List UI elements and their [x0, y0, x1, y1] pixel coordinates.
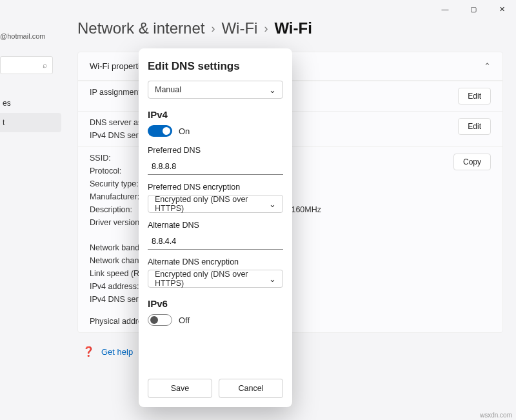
sidebar-item-active[interactable]: t [0, 113, 61, 132]
get-help-link[interactable]: Get help [101, 347, 133, 357]
maximize-button[interactable]: ▢ [459, 0, 488, 18]
search-icon: ⌕ [43, 61, 47, 70]
dns-mode-value: Manual [155, 85, 181, 94]
dialog-actions: Save Cancel [148, 379, 283, 398]
preferred-dns-input[interactable] [148, 158, 283, 175]
copy-button[interactable]: Copy [453, 154, 491, 170]
breadcrumb: Network & internet › Wi-Fi › Wi-Fi [77, 19, 506, 37]
alternate-dns-enc-select[interactable]: Encrypted only (DNS over HTTPS) ⌄ [148, 270, 283, 288]
chevron-down-icon: ⌄ [269, 85, 276, 95]
ipv4-toggle[interactable] [148, 125, 172, 137]
chevron-right-icon: › [264, 22, 268, 35]
ipv6-heading: IPv6 [148, 298, 283, 309]
close-button[interactable]: ✕ [488, 0, 516, 18]
watermark: wsxdn.com [480, 412, 512, 419]
alternate-dns-input[interactable] [148, 233, 283, 250]
edit-dns-dialog: Edit DNS settings Manual ⌄ IPv4 On Prefe… [139, 48, 292, 407]
ipv4-heading: IPv4 [148, 109, 283, 120]
chevron-right-icon: › [211, 22, 215, 35]
preferred-dns-enc-select[interactable]: Encrypted only (DNS over HTTPS) ⌄ [148, 195, 283, 213]
ipv4-toggle-label: On [179, 126, 190, 136]
ipv4-toggle-row: On [148, 125, 283, 137]
edit-button[interactable]: Edit [458, 88, 491, 105]
alternate-dns-label: Alternate DNS [148, 221, 283, 230]
help-icon: ❓ [83, 346, 95, 357]
sidebar-item[interactable]: es [0, 94, 61, 113]
chevron-up-icon: ⌃ [484, 61, 491, 71]
minimize-button[interactable]: — [431, 0, 459, 18]
window-controls: — ▢ ✕ [431, 0, 516, 18]
search-input[interactable]: ⌕ [0, 56, 53, 74]
save-button[interactable]: Save [148, 379, 212, 398]
prop-value: 0 160MHz [284, 205, 446, 214]
preferred-dns-label: Preferred DNS [148, 146, 283, 155]
account-email: @hotmail.com [0, 32, 61, 40]
ipv6-toggle-label: Off [179, 315, 190, 325]
sidebar: @hotmail.com ⌕ es t [0, 32, 61, 132]
ipv6-toggle[interactable] [148, 314, 172, 326]
chevron-down-icon: ⌄ [269, 199, 276, 209]
preferred-dns-enc-value: Encrypted only (DNS over HTTPS) [155, 195, 269, 213]
preferred-dns-enc-label: Preferred DNS encryption [148, 183, 283, 192]
edit-button[interactable]: Edit [458, 118, 491, 135]
alternate-dns-enc-label: Alternate DNS encryption [148, 257, 283, 266]
dialog-title: Edit DNS settings [148, 60, 283, 73]
breadcrumb-mid[interactable]: Wi-Fi [221, 19, 257, 37]
alternate-dns-enc-value: Encrypted only (DNS over HTTPS) [155, 270, 269, 288]
breadcrumb-current: Wi-Fi [274, 19, 312, 37]
ipv6-toggle-row: Off [148, 314, 283, 326]
dns-mode-select[interactable]: Manual ⌄ [148, 81, 283, 99]
cancel-button[interactable]: Cancel [219, 379, 283, 398]
breadcrumb-root[interactable]: Network & internet [77, 19, 204, 37]
chevron-down-icon: ⌄ [269, 274, 276, 284]
